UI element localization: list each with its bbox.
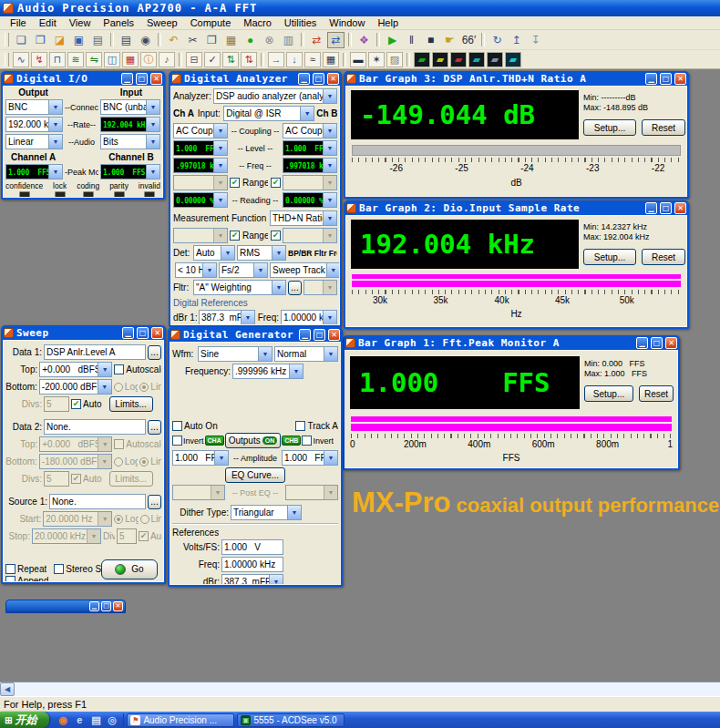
menu-compute[interactable]: Compute	[184, 17, 238, 28]
append-checkbox[interactable]	[5, 576, 15, 582]
analyzer-input-select[interactable]: Digital @ ISR▼	[223, 106, 314, 121]
toolbar-grip[interactable]	[5, 33, 9, 46]
pointer-icon[interactable]: ☛	[441, 32, 458, 48]
auto-on-checkbox[interactable]	[172, 421, 182, 431]
invert-a-checkbox[interactable]	[172, 436, 182, 446]
data2-field[interactable]: None.	[44, 419, 146, 435]
open-test-icon[interactable]: ◪	[51, 32, 68, 48]
dropdown-arrow-icon[interactable]: ▼	[272, 281, 285, 294]
waveform-icon[interactable]: ▰	[450, 52, 467, 67]
dropdown-arrow-icon[interactable]: ▼	[213, 141, 227, 155]
send-up-icon[interactable]: ↥	[508, 32, 525, 48]
menu-edit[interactable]: Edit	[33, 17, 63, 28]
ref-freq-field[interactable]: 1.00000 kHz	[221, 557, 283, 572]
minimize-button[interactable]: ▁	[636, 337, 648, 349]
close-button[interactable]: ✕	[151, 327, 163, 339]
close-button[interactable]: ✕	[328, 329, 340, 341]
horizontal-scrollbar[interactable]: ◀	[0, 682, 720, 696]
outputs-button[interactable]: OutputsON	[225, 433, 282, 448]
setup-button[interactable]: Setup...	[584, 385, 633, 402]
filter-browse-button[interactable]: ...	[288, 281, 302, 295]
maximize-button[interactable]: □	[101, 601, 111, 611]
reset-button[interactable]: Reset	[642, 249, 685, 265]
compare-icon[interactable]: ▥	[280, 32, 297, 48]
waveform-select[interactable]: Sine▼	[198, 346, 273, 362]
dropdown-arrow-icon[interactable]: ▼	[48, 118, 62, 131]
menu-file[interactable]: File	[4, 17, 33, 28]
mono-graph-icon[interactable]: ▰	[487, 52, 503, 67]
mf-range-a-checkbox[interactable]	[230, 231, 240, 241]
analog-generator-panel-icon[interactable]: ≋	[67, 52, 84, 67]
close-button[interactable]: ✕	[665, 337, 677, 349]
dropdown-arrow-icon[interactable]: ▼	[98, 363, 111, 376]
minimize-button[interactable]: ▁	[299, 329, 311, 341]
print-preview-icon[interactable]: ◉	[137, 32, 154, 48]
coupling-a-select[interactable]: AC Coupled▼	[173, 123, 228, 138]
maximize-button[interactable]: □	[313, 73, 324, 85]
reading-b-display[interactable]: 0.00000 %▼	[283, 192, 337, 208]
dropdown-arrow-icon[interactable]: ▼	[289, 364, 303, 378]
stop-sweep-icon[interactable]: ■	[422, 32, 439, 48]
freq-a-display[interactable]: .997018 kHz▼	[173, 158, 228, 173]
minimize-button[interactable]: ▁	[645, 73, 657, 85]
cha-button[interactable]: CHA	[205, 436, 224, 446]
sweep-panel-icon[interactable]: ∿	[13, 52, 29, 67]
detector-select[interactable]: Auto▼	[193, 245, 235, 261]
dropdown-arrow-icon[interactable]: ▼	[202, 263, 216, 277]
append-data-icon[interactable]: ↓	[286, 52, 303, 67]
toolbar-grip[interactable]	[5, 53, 9, 67]
menu-macro[interactable]: Macro	[237, 17, 278, 28]
dropdown-arrow-icon[interactable]: ▼	[241, 311, 254, 324]
dropdown-arrow-icon[interactable]: ▼	[87, 529, 100, 543]
dropdown-arrow-icon[interactable]: ▼	[323, 311, 336, 324]
task-acdsee[interactable]: ▣5555 - ACDSee v5.0	[237, 713, 345, 727]
sweep-start-icon[interactable]: →	[268, 52, 284, 67]
dropdown-arrow-icon[interactable]: ▼	[323, 141, 336, 155]
export-icon[interactable]: ▤	[89, 32, 107, 48]
dropdown-arrow-icon[interactable]: ▼	[258, 347, 272, 361]
app-titlebar[interactable]: Audio Precision AP2700 - A-A FFT	[0, 0, 720, 16]
waveform-mode-select[interactable]: Normal▼	[274, 346, 338, 362]
print-icon[interactable]: ▤	[118, 32, 135, 48]
limits1-button[interactable]: Limits...	[109, 396, 153, 412]
detector-mode-select[interactable]: RMS▼	[237, 245, 286, 261]
send-down-icon[interactable]: ↧	[527, 32, 544, 48]
top1-select[interactable]: +0.000 dBFS▼	[39, 362, 112, 377]
maximize-button[interactable]: □	[314, 329, 325, 341]
minimize-button[interactable]: ▁	[298, 73, 310, 85]
dropdown-arrow-icon[interactable]: ▼	[146, 165, 159, 179]
settling-panel-icon[interactable]: ⓘ	[140, 52, 157, 67]
menu-sweep[interactable]: Sweep	[140, 17, 184, 28]
digital-io-panel-icon[interactable]: ◫	[104, 52, 120, 67]
peak-monitor-a-display[interactable]: 1.000 FFS▼	[5, 164, 63, 179]
bottom1-select[interactable]: -200.000 dBFS▼	[39, 379, 112, 395]
data1-field[interactable]: DSP Anlr.Level A	[44, 344, 146, 360]
dropdown-arrow-icon[interactable]: ▼	[300, 107, 314, 120]
append-test-icon[interactable]: ❐	[32, 32, 49, 48]
analyzer-select[interactable]: DSP audio analyzer (analyzer)▼	[213, 88, 337, 104]
output-audio-select[interactable]: Linear▼	[5, 134, 63, 149]
digital-analyzer-panel-icon[interactable]: ⊓	[49, 52, 66, 67]
range-a-checkbox[interactable]	[230, 178, 240, 188]
setup-button[interactable]: Setup...	[583, 119, 636, 136]
mf-range-b-checkbox[interactable]	[271, 231, 281, 241]
paste-icon[interactable]: ▦	[222, 32, 240, 48]
scroll-left-icon[interactable]: ◀	[0, 682, 15, 696]
dither-type-select[interactable]: Triangular▼	[231, 505, 302, 520]
quicklaunch-ie-icon[interactable]: e	[73, 713, 86, 726]
sync-panel-icon[interactable]: ⇋	[86, 52, 102, 67]
input-rate-display[interactable]: 192.004 kHz▼	[100, 117, 160, 132]
new-test-icon[interactable]: ❏	[13, 32, 30, 48]
amplitude-a-select[interactable]: 1.000 FFS▼	[172, 450, 229, 466]
dropdown-arrow-icon[interactable]: ▼	[98, 380, 111, 394]
dcx-panel-icon[interactable]: ⊟	[186, 52, 202, 67]
dropdown-arrow-icon[interactable]: ▼	[213, 176, 227, 190]
autoscale1-checkbox[interactable]	[114, 364, 124, 374]
menu-utilities[interactable]: Utilities	[278, 17, 323, 28]
copy-icon[interactable]: ❐	[203, 32, 221, 48]
minimize-button[interactable]: ▁	[122, 327, 134, 339]
dropdown-arrow-icon[interactable]: ▼	[324, 486, 337, 499]
minimize-button[interactable]: ▁	[89, 601, 99, 611]
menu-view[interactable]: View	[63, 17, 98, 28]
track-a-checkbox[interactable]	[295, 421, 305, 431]
